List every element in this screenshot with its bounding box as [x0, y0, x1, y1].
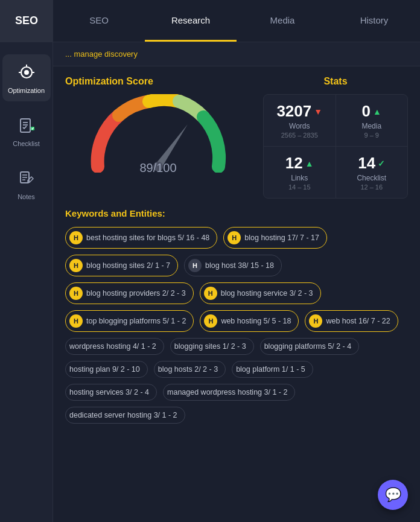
keywords-title: Keywords and Entities: — [65, 208, 408, 218]
notes-icon — [16, 168, 37, 189]
keyword-badge: H — [69, 287, 83, 300]
nav-item-seo[interactable]: SEO — [53, 0, 145, 42]
stat-checklist: 14 ✓ Checklist 12 – 16 — [336, 147, 408, 198]
keyword-text: blogging platforms 5/ 2 - 4 — [264, 342, 352, 351]
keyword-text: blog host 38/ 15 - 18 — [205, 261, 274, 270]
keyword-text: best hosting sites for blogs 5/ 16 - 48 — [86, 234, 209, 242]
keyword-tag[interactable]: Hblog host 38/ 15 - 18 — [184, 255, 282, 276]
chat-icon: 💬 — [385, 487, 401, 503]
stat-links: 12 ▲ Links 14 – 15 — [264, 147, 336, 198]
main-layout: Optimization Checklist — [0, 42, 420, 522]
sidebar-label-notes: Notes — [18, 193, 35, 200]
keyword-tag[interactable]: blog platform 1/ 1 - 5 — [232, 361, 313, 378]
words-arrow-down: ▼ — [314, 107, 322, 116]
score-section: Optimization Score — [65, 76, 263, 199]
keyword-text: blog hosts 2/ 2 - 3 — [158, 365, 218, 374]
keyword-tag[interactable]: Hweb host 16/ 7 - 22 — [305, 310, 398, 332]
keyword-tag[interactable]: wordpress hosting 4/ 1 - 2 — [65, 338, 164, 355]
keyword-badge: H — [204, 287, 217, 300]
stat-words-value: 3207 ▼ — [273, 102, 326, 121]
sidebar-label-checklist: Checklist — [13, 140, 40, 147]
stat-media-label: Media — [346, 122, 398, 130]
keyword-badge: H — [204, 314, 217, 328]
top-navigation: SEO SEO Research Media History — [0, 0, 420, 42]
keyword-tag[interactable]: Hblog hosting providers 2/ 2 - 3 — [65, 282, 194, 304]
stat-media-range: 9 – 9 — [346, 132, 398, 139]
sidebar-item-checklist[interactable]: Checklist — [2, 107, 51, 154]
sidebar-item-optimization[interactable]: Optimization — [2, 54, 51, 101]
stat-checklist-label: Checklist — [346, 174, 398, 182]
keyword-tag[interactable]: Hbest hosting sites for blogs 5/ 16 - 48 — [65, 227, 217, 249]
keyword-tag[interactable]: Htop blogging platforms 5/ 1 - 2 — [65, 310, 194, 332]
keyword-text: blog hosting sites 2/ 1 - 7 — [86, 261, 170, 270]
stat-media: 0 ▲ Media 9 – 9 — [336, 95, 408, 146]
checklist-check: ✓ — [378, 159, 385, 168]
keyword-tag[interactable]: dedicated server hosting 3/ 1 - 2 — [65, 407, 185, 424]
main-content: ... manage discovery Optimization Score — [53, 42, 420, 522]
keyword-text: blog hosting providers 2/ 2 - 3 — [86, 289, 186, 298]
keyword-badge: H — [188, 259, 202, 272]
keywords-container: Hbest hosting sites for blogs 5/ 16 - 48… — [65, 227, 408, 424]
keyword-badge: H — [69, 259, 83, 272]
keyword-text: blogging sites 1/ 2 - 3 — [174, 342, 246, 351]
gauge-score: 89/100 — [139, 145, 176, 179]
keyword-text: blog hosting 17/ 7 - 17 — [244, 234, 319, 242]
nav-item-research[interactable]: Research — [145, 0, 237, 42]
stat-words: 3207 ▼ Words 2565 – 2835 — [264, 95, 336, 146]
stat-checklist-range: 12 – 16 — [346, 183, 398, 191]
keyword-text: web hosting 5/ 5 - 18 — [221, 317, 291, 325]
sidebar: Optimization Checklist — [0, 42, 53, 522]
keyword-tag[interactable]: Hblog hosting service 3/ 2 - 3 — [200, 282, 321, 304]
keyword-text: top blogging platforms 5/ 1 - 2 — [86, 317, 186, 325]
nav-item-history[interactable]: History — [328, 0, 420, 42]
keyword-badge: H — [228, 231, 241, 244]
keyword-text: web host 16/ 7 - 22 — [326, 317, 390, 325]
keyword-tag[interactable]: Hblog hosting 17/ 7 - 17 — [223, 227, 327, 249]
keyword-tag[interactable]: Hweb hosting 5/ 5 - 18 — [200, 310, 299, 332]
stat-links-range: 14 – 15 — [273, 183, 326, 191]
svg-point-1 — [24, 70, 29, 75]
sidebar-label-optimization: Optimization — [8, 87, 45, 94]
keyword-tag[interactable]: blogging sites 1/ 2 - 3 — [170, 338, 254, 355]
sidebar-item-notes[interactable]: Notes — [2, 161, 51, 208]
optimization-icon — [16, 62, 37, 83]
content-area: Optimization Score — [53, 66, 420, 433]
score-max: /100 — [153, 161, 177, 174]
nav-logo: SEO — [0, 0, 53, 42]
keyword-tag[interactable]: blogging platforms 5/ 2 - 4 — [260, 338, 360, 355]
keyword-tag[interactable]: Hblog hosting sites 2/ 1 - 7 — [65, 255, 178, 276]
keyword-badge: H — [69, 231, 83, 244]
keyword-tag[interactable]: managed wordpress hosting 3/ 1 - 2 — [163, 384, 295, 401]
svg-rect-5 — [21, 119, 30, 132]
stat-words-range: 2565 – 2835 — [273, 132, 326, 139]
score-stats-row: Optimization Score — [65, 76, 408, 199]
gauge-container: 89/100 — [86, 94, 231, 179]
breadcrumb-text: ... manage discovery — [65, 49, 138, 59]
nav-items: SEO Research Media History — [53, 0, 420, 42]
chat-button[interactable]: 💬 — [378, 480, 408, 510]
keyword-badge: H — [309, 314, 322, 328]
links-arrow-up: ▲ — [305, 159, 314, 168]
keyword-tag[interactable]: hosting services 3/ 2 - 4 — [65, 384, 157, 401]
media-arrow-up: ▲ — [373, 107, 381, 116]
keyword-text: blog platform 1/ 1 - 5 — [236, 365, 305, 374]
nav-item-media[interactable]: Media — [237, 0, 328, 42]
stat-links-value: 12 ▲ — [273, 154, 326, 173]
stat-checklist-value: 14 ✓ — [346, 154, 398, 173]
stat-links-label: Links — [273, 174, 326, 182]
keyword-tag[interactable]: hosting plan 9/ 2 - 10 — [65, 361, 148, 378]
stat-media-value: 0 ▲ — [346, 102, 398, 121]
stats-title: Stats — [263, 76, 408, 87]
stats-grid: 3207 ▼ Words 2565 – 2835 0 ▲ Media — [263, 94, 408, 199]
keyword-text: dedicated server hosting 3/ 1 - 2 — [69, 411, 177, 419]
stat-words-label: Words — [273, 122, 326, 130]
keyword-text: blog hosting service 3/ 2 - 3 — [221, 289, 313, 298]
keyword-text: hosting services 3/ 2 - 4 — [69, 388, 149, 396]
keyword-tag[interactable]: blog hosts 2/ 2 - 3 — [154, 361, 226, 378]
stats-section: Stats 3207 ▼ Words 2565 – 2835 — [263, 76, 408, 199]
keyword-text: managed wordpress hosting 3/ 1 - 2 — [167, 388, 287, 396]
keyword-text: wordpress hosting 4/ 1 - 2 — [69, 342, 156, 351]
keyword-text: hosting plan 9/ 2 - 10 — [69, 365, 140, 374]
optimization-title: Optimization Score — [65, 76, 251, 87]
checklist-icon — [16, 115, 37, 136]
